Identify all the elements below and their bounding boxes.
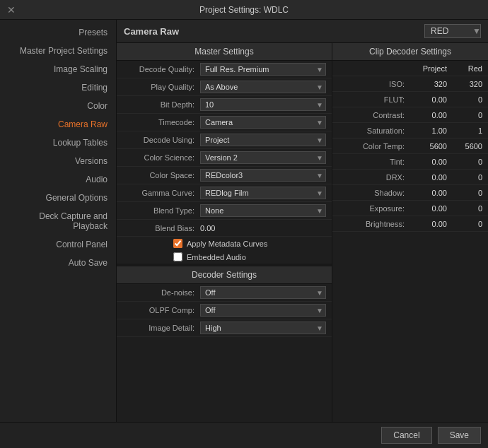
form-label: Decode Quality: [122,65,200,73]
form-select-wrap: REDcolor3 ▼ [200,169,326,182]
bottom-bar: Cancel Save [0,422,488,448]
clip-row-project: 1.00 [405,126,447,135]
clip-row-red: 320 [447,80,482,88]
cancel-button[interactable]: Cancel [381,427,431,444]
sidebar-item-versions[interactable]: Versions [0,152,116,170]
form-select[interactable]: High [200,322,326,334]
red-select-container: RED ▼ [424,24,481,38]
form-select[interactable]: Off [200,304,326,317]
form-row-playquality: Play Quality: As Above ▼ [117,78,332,96]
form-select-wrap: None ▼ [200,204,326,217]
sidebar-item-deck-capture[interactable]: Deck Capture and Playback [0,207,116,235]
decoder-row-olpfcomp: OLPF Comp: Off ▼ [117,302,332,319]
sidebar-item-master-project-settings[interactable]: Master Project Settings [0,42,116,60]
form-select[interactable]: None [200,204,326,217]
clip-row-red: 0 [447,204,482,213]
checkbox-label-embedded-audio: Embedded Audio [187,253,246,261]
clip-row-project: 320 [405,80,447,88]
form-select-wrap: Version 2 ▼ [200,151,326,164]
form-value: 0.00 [200,224,215,232]
form-select[interactable]: Camera [200,116,326,129]
sidebar-item-lookup-tables[interactable]: Lookup Tables [0,134,116,152]
clip-row: Color Temp: 5600 5600 [332,138,488,154]
form-select[interactable]: REDcolor3 [200,169,326,182]
left-panel: Master Settings Decode Quality: Full Res… [117,43,332,448]
clip-row-label: Color Temp: [338,142,405,151]
form-label: OLPF Comp: [122,306,200,314]
clip-row-project: 0.00 [405,158,447,166]
checkbox-rows: Apply Metadata Curves Embedded Audio [117,237,332,264]
form-select[interactable]: 10 [200,98,326,111]
form-row-colorscience: Color Science: Version 2 ▼ [117,149,332,167]
close-button[interactable]: ✕ [7,4,16,16]
main-layout: PresetsMaster Project SettingsImage Scal… [0,20,488,448]
form-select[interactable]: Full Res. Premium [200,63,326,76]
clip-rows: ISO: 320 320 FLUT: 0.00 0 Contrast: 0.00… [332,76,488,232]
clip-row-label: Tint: [338,158,405,166]
decoder-rows: De-noise: Off ▼ OLPF Comp: Off ▼ Image D… [117,284,332,337]
clip-row-project: 5600 [405,142,447,151]
clip-row-red: 0 [447,111,482,119]
clip-row: ISO: 320 320 [332,76,488,92]
checkbox-row-apply-metadata: Apply Metadata Curves [117,237,332,250]
form-row-bitdepth: Bit Depth: 10 ▼ [117,96,332,114]
clip-row-project: 0.00 [405,95,447,104]
clip-column-headers: Project Red [332,61,488,76]
right-panel: Clip Decoder Settings Project Red ISO: 3… [332,43,488,448]
red-select[interactable]: RED [424,24,481,38]
sidebar-item-presets[interactable]: Presets [0,23,116,42]
clip-row-project: 0.00 [405,189,447,197]
clip-row-label: Exposure: [338,204,405,213]
clip-row-label: FLUT: [338,95,405,104]
form-select[interactable]: Version 2 [200,151,326,164]
clip-row: Saturation: 1.00 1 [332,123,488,138]
clip-row-label: Shadow: [338,189,405,197]
clip-red-col-header: Red [447,64,482,73]
sidebar-item-audio[interactable]: Audio [0,170,116,189]
form-select[interactable]: Project [200,134,326,146]
clip-row-red: 0 [447,220,482,228]
form-label: Image Detail: [122,324,200,332]
form-select-wrap: Off ▼ [200,286,326,299]
content-area: Camera Raw RED ▼ Master Settings Decode … [117,20,488,448]
sidebar-item-editing[interactable]: Editing [0,78,116,97]
save-button[interactable]: Save [438,427,481,444]
sidebar-item-color[interactable]: Color [0,97,116,115]
form-select[interactable]: As Above [200,81,326,93]
clip-decoder-header: Clip Decoder Settings [332,43,488,61]
clip-row-red: 5600 [447,142,482,151]
form-label: Color Science: [122,153,200,162]
checkbox-apply-metadata[interactable] [173,239,182,248]
master-rows: Decode Quality: Full Res. Premium ▼ Play… [117,61,332,237]
form-select[interactable]: REDlog Film [200,187,326,199]
clip-row-project: 0.00 [405,220,447,228]
sidebar-item-camera-raw[interactable]: Camera Raw [0,115,116,134]
form-select-wrap: As Above ▼ [200,81,326,93]
form-select-wrap: 10 ▼ [200,98,326,111]
checkbox-embedded-audio[interactable] [173,252,182,261]
sidebar-item-image-scaling[interactable]: Image Scaling [0,60,116,78]
sidebar-item-auto-save[interactable]: Auto Save [0,254,116,272]
form-row-gammacurve: Gamma Curve: REDlog Film ▼ [117,184,332,202]
clip-row-red: 0 [447,158,482,166]
checkbox-label-apply-metadata: Apply Metadata Curves [187,240,267,248]
form-label: Bit Depth: [122,100,200,109]
clip-row: Tint: 0.00 0 [332,154,488,170]
form-label: Play Quality: [122,83,200,91]
clip-row-project: 0.00 [405,173,447,182]
clip-row-project: 0.00 [405,204,447,213]
clip-row: FLUT: 0.00 0 [332,92,488,107]
clip-row-red: 0 [447,173,482,182]
clip-row: Brightness: 0.00 0 [332,216,488,232]
window-title: Project Settings: WDLC [199,5,289,15]
clip-row: DRX: 0.00 0 [332,170,488,185]
form-label: Decode Using: [122,136,200,144]
form-row-colorspace: Color Space: REDcolor3 ▼ [117,167,332,184]
form-label: Blend Type: [122,206,200,215]
sidebar-item-control-panel[interactable]: Control Panel [0,235,116,254]
form-select[interactable]: Off [200,286,326,299]
sidebar-item-general-options[interactable]: General Options [0,189,116,207]
form-row-timecode: Timecode: Camera ▼ [117,114,332,131]
form-row-blend-bias: Blend Bias:0.00 [117,220,332,237]
sidebar: PresetsMaster Project SettingsImage Scal… [0,20,117,448]
